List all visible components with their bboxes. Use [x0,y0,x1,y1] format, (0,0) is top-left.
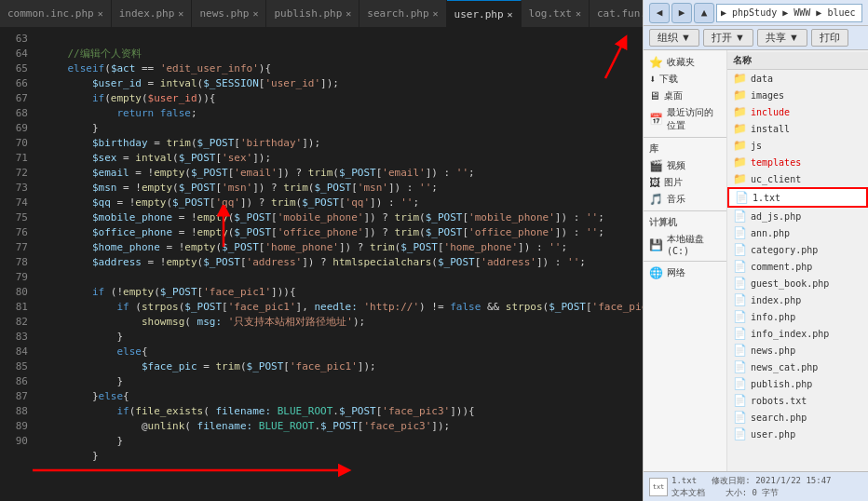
file-label: comment.php [751,262,812,272]
file-item-robots-txt[interactable]: 📄 robots.txt [727,392,868,409]
tab-label: publish.php [274,7,342,20]
tab-search-php[interactable]: search.php ✕ [359,0,446,27]
network-item[interactable]: 🌐 网络 [644,264,726,281]
back-button[interactable]: ◀ [649,3,670,23]
close-icon[interactable]: ✕ [252,8,258,19]
file-item-comment-php[interactable]: 📄 comment.php [727,258,868,275]
status-bar: txt 1.txt 修改日期: 2021/1/22 15:47 文本文档 大小:… [644,471,868,501]
folder-icon: 📁 [733,88,747,102]
favorite-item-recent[interactable]: 📅 最近访问的位置 [644,104,726,134]
folder-item-include[interactable]: 📁 include [727,103,868,120]
status-filename: 1.txt 修改日期: 2021/1/22 15:47 [671,475,831,487]
library-item-video[interactable]: 🎬 视频 [644,157,726,174]
file-item-category-php[interactable]: 📄 category.php [727,241,868,258]
file-item-info-php[interactable]: 📄 info.php [727,308,868,325]
explorer-body: ⭐ 收藏夹 ⬇ 下载 🖥 桌面 📅 最近访问的位置 库 🎬 视频 [644,50,868,471]
close-icon[interactable]: ✕ [178,8,183,19]
favorites-panel: ⭐ 收藏夹 ⬇ 下载 🖥 桌面 📅 最近访问的位置 库 🎬 视频 [644,50,727,471]
file-label: publish.php [751,379,812,389]
file-label: ad_js.php [751,211,801,222]
separator [644,137,726,138]
share-button[interactable]: 共享 ▼ [757,29,807,47]
file-item-ann-php[interactable]: 📄 ann.php [727,224,868,241]
fav-label: 桌面 [664,89,683,102]
action-bar: 组织 ▼ 打开 ▼ 共享 ▼ 打印 [644,26,868,50]
computer-item-local-disk[interactable]: 💾 本地磁盘 (C:) [644,231,726,258]
network-label: 网络 [667,266,685,279]
file-thumbnail: txt [649,478,668,496]
disk-label: 本地磁盘 (C:) [667,233,721,256]
star-icon: ⭐ [649,56,663,69]
status-info: 1.txt 修改日期: 2021/1/22 15:47 文本文档 大小: 0 字… [671,475,831,499]
fav-label: 下载 [659,73,678,86]
folder-item-data[interactable]: 📁 data [727,70,868,87]
tab-news-php[interactable]: news.php ✕ [192,0,266,27]
forward-button[interactable]: ▶ [671,3,692,23]
library-item-music[interactable]: 🎵 音乐 [644,191,726,208]
file-item-guest-book-php[interactable]: 📄 guest_book.php [727,275,868,291]
file-item-news-cat-php[interactable]: 📄 news_cat.php [727,359,868,375]
tab-index-php[interactable]: index.php ✕ [112,0,193,27]
open-button[interactable]: 打开 ▼ [703,29,753,47]
folder-label: install [751,124,790,134]
file-list-panel: 名称 📁 data 📁 images 📁 include 📁 install 📁… [727,50,868,471]
breadcrumb: ▶ phpStudy ▶ WWW ▶ bluec [716,4,862,22]
favorite-item-collection[interactable]: ⭐ 收藏夹 [644,54,726,71]
close-icon[interactable]: ✕ [508,9,513,20]
txt-file-icon: 📄 [735,191,749,204]
file-item-publish-php[interactable]: 📄 publish.php [727,375,868,392]
tab-common-inc-php[interactable]: common.inc.php ✕ [0,0,112,27]
pictures-icon: 🖼 [649,176,660,189]
organize-button[interactable]: 组织 ▼ [649,29,699,47]
file-item-search-php[interactable]: 📄 search.php [727,409,868,426]
recent-icon: 📅 [649,113,663,126]
file-label: category.php [751,245,818,255]
php-file-icon: 📄 [733,310,747,323]
up-button[interactable]: ▲ [694,3,714,23]
tab-publish-php[interactable]: publish.php ✕ [266,0,359,27]
close-icon[interactable]: ✕ [98,8,103,19]
php-file-icon: 📄 [733,344,747,357]
file-item-index-php[interactable]: 📄 index.php [727,291,868,308]
php-file-icon: 📄 [733,277,747,290]
folder-icon: 📁 [733,72,747,85]
file-item-1-txt[interactable]: 📄 1.txt [727,187,868,208]
txt-file-icon: 📄 [733,394,747,407]
close-icon[interactable]: ✕ [346,8,351,19]
file-label: info_index.php [751,329,829,339]
tab-label: common.inc.php [7,7,94,20]
folder-item-js[interactable]: 📁 js [727,137,868,154]
folder-item-images[interactable]: 📁 images [727,87,868,103]
close-icon[interactable]: ✕ [433,8,439,19]
file-label: 1.txt [753,193,780,203]
folder-item-templates[interactable]: 📁 templates [727,154,868,170]
tab-user-php[interactable]: user.php ✕ [447,0,522,27]
file-item-news-php[interactable]: 📄 news.php [727,342,868,359]
tab-log-txt[interactable]: log.txt ✕ [522,0,590,27]
code-content: //编辑个人资料 elseif($act == 'edit_user_info'… [35,28,643,501]
library-item-pictures[interactable]: 🖼 图片 [644,174,726,191]
favorite-item-desktop[interactable]: 🖥 桌面 [644,88,726,104]
library-header: 库 [644,141,726,157]
fav-label: 收藏夹 [667,56,695,69]
print-button[interactable]: 打印 [811,29,848,47]
folder-item-install[interactable]: 📁 install [727,120,868,137]
favorite-item-download[interactable]: ⬇ 下载 [644,71,726,88]
file-label: index.php [751,295,801,305]
tab-label: user.php [454,8,504,20]
php-file-icon: 📄 [733,210,747,223]
file-item-ad-js-php[interactable]: 📄 ad_js.php [727,208,868,224]
separator [644,210,726,211]
close-icon[interactable]: ✕ [576,8,581,19]
folder-icon: 📁 [733,172,747,185]
file-item-user-php[interactable]: 📄 user.php [727,426,868,442]
network-icon: 🌐 [649,266,663,279]
tab-cat-fun-php[interactable]: cat.fun.p... ✕ [590,0,643,27]
folder-item-uc-client[interactable]: 📁 uc_client [727,170,868,187]
php-file-icon: 📄 [733,243,747,256]
folder-icon: 📁 [733,122,747,135]
file-item-info-index-php[interactable]: 📄 info_index.php [727,325,868,342]
folder-label: js [751,141,762,151]
file-label: news_cat.php [751,362,818,372]
php-file-icon: 📄 [733,427,747,440]
